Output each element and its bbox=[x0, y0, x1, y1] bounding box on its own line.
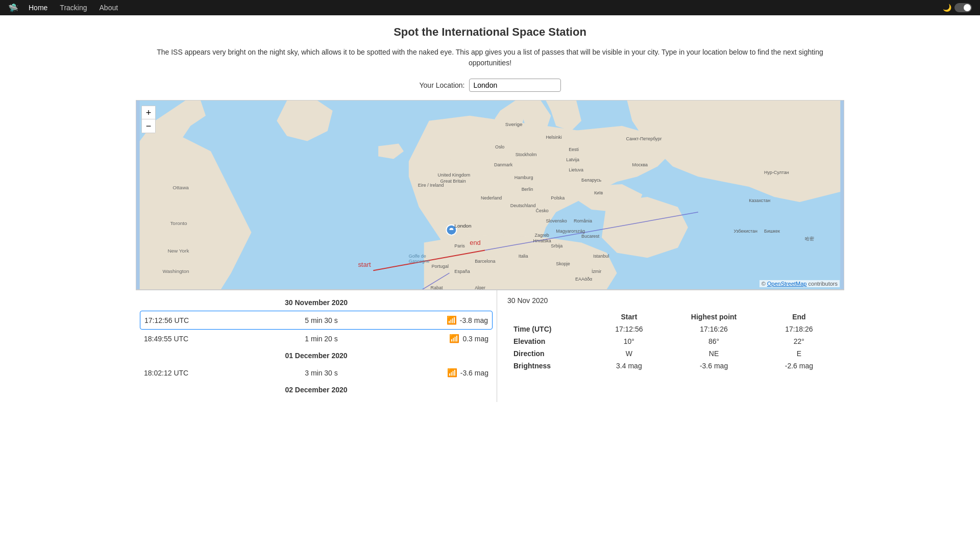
svg-text:Magyarország: Magyarország bbox=[556, 229, 585, 234]
signal-icon: 📶 bbox=[449, 334, 459, 343]
detail-label: Direction bbox=[507, 347, 594, 360]
detail-col-highest: Highest point bbox=[664, 311, 764, 323]
pass-brightness-area: 📶 -3.6 mag bbox=[427, 368, 488, 378]
svg-text:Київ: Київ bbox=[594, 190, 603, 195]
pass-list: 30 November 2020 17:12:56 UTC 5 min 30 s… bbox=[136, 290, 497, 402]
page-description: The ISS appears very bright on the night… bbox=[136, 47, 844, 68]
detail-label: Elevation bbox=[507, 335, 594, 347]
detail-row-elevation: Elevation 10° 86° 22° bbox=[507, 335, 834, 347]
pass-brightness: -3.6 mag bbox=[460, 369, 488, 377]
svg-text:Istanbul: Istanbul bbox=[593, 254, 609, 259]
detail-table: Start Highest point End Time (UTC) 17:12… bbox=[507, 311, 834, 372]
pass-time: 18:49:55 UTC bbox=[144, 335, 215, 343]
detail-brightness-highest: -3.6 mag bbox=[664, 360, 764, 372]
pass-brightness-area: 📶 -3.8 mag bbox=[427, 315, 488, 325]
detail-elevation-start: 10° bbox=[594, 335, 664, 347]
svg-text:Paris: Paris bbox=[454, 243, 465, 248]
svg-text:Hamburg: Hamburg bbox=[514, 175, 533, 180]
svg-text:start: start bbox=[358, 261, 371, 268]
date-header-2: 01 December 2020 bbox=[136, 347, 497, 364]
nav-tracking[interactable]: Tracking bbox=[54, 0, 93, 15]
svg-text:Golfe de: Golfe de bbox=[409, 254, 426, 259]
map-zoom-controls: + − bbox=[141, 106, 156, 133]
svg-text:Alger: Alger bbox=[475, 285, 485, 289]
detail-row-time: Time (UTC) 17:12:56 17:16:26 17:18:26 bbox=[507, 323, 834, 335]
dark-mode-toggle-area: 🌙 bbox=[943, 3, 972, 12]
pass-brightness: -3.8 mag bbox=[460, 316, 488, 324]
svg-text:New York: New York bbox=[167, 248, 189, 254]
svg-text:London: London bbox=[454, 223, 471, 229]
svg-text:Latvija: Latvija bbox=[566, 157, 579, 162]
signal-icon: 📶 bbox=[447, 315, 457, 325]
navbar: 🛸 Home Tracking About 🌙 bbox=[0, 0, 980, 15]
svg-text:Lietuva: Lietuva bbox=[569, 167, 583, 172]
pass-brightness-area: 📶 0.3 mag bbox=[427, 334, 488, 343]
svg-text:Москва: Москва bbox=[632, 162, 648, 167]
svg-text:România: România bbox=[574, 218, 592, 223]
map-container: + − bbox=[136, 100, 844, 290]
svg-text:Nederland: Nederland bbox=[481, 195, 502, 201]
detail-label: Brightness bbox=[507, 360, 594, 372]
zoom-in-button[interactable]: + bbox=[142, 106, 155, 119]
svg-text:Toronto: Toronto bbox=[170, 220, 187, 226]
svg-text:Deutschland: Deutschland bbox=[510, 203, 536, 208]
detail-time-start: 17:12:56 bbox=[594, 323, 664, 335]
svg-text:Srbija: Srbija bbox=[551, 243, 562, 248]
pass-row[interactable]: 17:12:56 UTC 5 min 30 s 📶 -3.8 mag bbox=[140, 311, 493, 330]
dark-mode-toggle[interactable] bbox=[954, 3, 972, 12]
page-title: Spot the International Space Station bbox=[136, 26, 844, 39]
pass-row[interactable]: 18:02:12 UTC 3 min 30 s 📶 -3.6 mag bbox=[136, 364, 497, 382]
detail-label: Time (UTC) bbox=[507, 323, 594, 335]
zoom-out-button[interactable]: − bbox=[142, 119, 155, 133]
svg-text:Slovensko: Slovensko bbox=[546, 218, 567, 223]
svg-text:Нур-Султан: Нур-Султан bbox=[764, 170, 789, 175]
pass-time: 17:12:56 UTC bbox=[144, 316, 216, 324]
svg-text:Stockholm: Stockholm bbox=[516, 152, 537, 157]
detail-time-highest: 17:16:26 bbox=[664, 323, 764, 335]
nav-about[interactable]: About bbox=[93, 0, 125, 15]
lower-section: 30 November 2020 17:12:56 UTC 5 min 30 s… bbox=[136, 290, 844, 402]
pass-row[interactable]: 18:49:55 UTC 1 min 20 s 📶 0.3 mag bbox=[136, 330, 497, 347]
location-input[interactable] bbox=[469, 79, 561, 92]
svg-text:Barcelona: Barcelona bbox=[475, 259, 495, 264]
svg-text:Санкт-Петербург: Санкт-Петербург bbox=[626, 136, 662, 141]
moon-icon: 🌙 bbox=[943, 4, 951, 12]
location-label: Your Location: bbox=[420, 81, 465, 89]
svg-text:Great Britain: Great Britain bbox=[440, 179, 466, 184]
main-content: Spot the International Space Station The… bbox=[128, 15, 852, 412]
svg-text:Danmark: Danmark bbox=[494, 162, 513, 167]
pass-duration: 5 min 30 s bbox=[220, 316, 423, 324]
svg-text:Ottawa: Ottawa bbox=[173, 185, 189, 190]
osm-link[interactable]: OpenStreetMap bbox=[767, 281, 807, 287]
svg-text:Portugal: Portugal bbox=[432, 264, 449, 269]
detail-elevation-highest: 86° bbox=[664, 335, 764, 347]
svg-text:Rabat: Rabat bbox=[431, 285, 443, 289]
nav-home[interactable]: Home bbox=[22, 0, 54, 15]
svg-text:Berlin: Berlin bbox=[522, 187, 533, 192]
detail-panel: 30 Nov 2020 Start Highest point End Time… bbox=[497, 290, 844, 402]
svg-text:哈密: 哈密 bbox=[805, 236, 814, 241]
map-attribution: © OpenStreetMap © OpenStreetMap contribu… bbox=[760, 280, 840, 287]
map-svg: start end Ottawa Toronto New York Washin… bbox=[136, 101, 844, 289]
detail-brightness-end: -2.6 mag bbox=[764, 360, 834, 372]
detail-date: 30 Nov 2020 bbox=[507, 296, 834, 305]
svg-text:Беларусь: Беларусь bbox=[581, 178, 601, 183]
detail-col-end: End bbox=[764, 311, 834, 323]
date-header-1: 30 November 2020 bbox=[136, 294, 497, 311]
location-row: Your Location: bbox=[136, 79, 844, 92]
svg-text:Gascogne: Gascogne bbox=[409, 259, 430, 264]
svg-text:Казахстан: Казахстан bbox=[749, 198, 770, 203]
svg-text:İzmir: İzmir bbox=[592, 269, 601, 274]
svg-text:Бишкек: Бишкек bbox=[764, 229, 780, 234]
svg-text:Česko: Česko bbox=[536, 208, 549, 213]
date-header-3: 02 December 2020 bbox=[136, 382, 497, 398]
detail-col-start: Start bbox=[594, 311, 664, 323]
svg-text:...ronto: ...ronto bbox=[172, 289, 187, 289]
svg-text:Sverige: Sverige bbox=[505, 121, 523, 127]
svg-text:Узбекистан: Узбекистан bbox=[733, 229, 757, 234]
detail-direction-end: E bbox=[764, 347, 834, 360]
svg-text:Helsinki: Helsinki bbox=[546, 135, 561, 140]
svg-text:Italia: Italia bbox=[519, 254, 528, 259]
detail-row-brightness: Brightness 3.4 mag -3.6 mag -2.6 mag bbox=[507, 360, 834, 372]
svg-text:ΕΑΑάδα: ΕΑΑάδα bbox=[575, 277, 592, 282]
